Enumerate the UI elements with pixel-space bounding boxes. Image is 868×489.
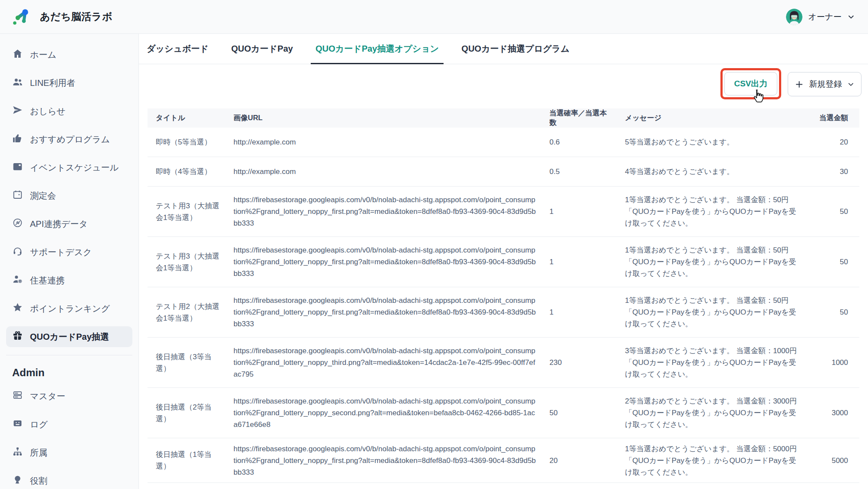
brand[interactable]: あだち脳活ラボ — [11, 7, 112, 26]
cell-message: 4等当選おめでとうございます。 — [625, 166, 734, 177]
top-header: あだち脳活ラボ オーナー — [0, 0, 868, 34]
csv-highlight-annotation: CSV出力 — [720, 68, 781, 99]
users-icon — [12, 76, 23, 89]
cell-title: テスト用2（大抽選会1等当選） — [156, 301, 223, 324]
sidebar-item-api-data[interactable]: API連携データ — [6, 213, 132, 234]
sidebar-item-news[interactable]: おしらせ — [6, 101, 132, 121]
sidebar-item-point-ranking[interactable]: ポイントランキング — [6, 298, 132, 319]
tab-label: QUOカードPay抽選オプション — [316, 43, 439, 55]
tab-quo-card-pay[interactable]: QUOカードPay — [230, 34, 294, 64]
tab-quo-card-pay-lottery-options[interactable]: QUOカードPay抽選オプション — [315, 34, 440, 64]
plus-icon — [795, 80, 804, 89]
log-icon — [12, 418, 23, 431]
table-row: 即時（5等当選） http://example.com 0.6 5等当選おめでと… — [148, 128, 859, 157]
sidebar-item-label: おしらせ — [30, 105, 66, 117]
cell-amount: 50 — [840, 306, 848, 318]
table-row: テスト用3（大抽選会1等当選） https://firebasestorage.… — [148, 187, 859, 237]
table-row: テスト用2（大抽選会1等当選） https://firebasestorage.… — [148, 287, 859, 338]
headset-icon — [12, 246, 23, 259]
chevron-down-icon — [847, 13, 855, 21]
sidebar-item-label: QUOカードPay抽選 — [30, 331, 109, 343]
cell-rate: 20 — [549, 455, 558, 466]
cell-amount: 30 — [840, 166, 848, 177]
table-row: テスト用3（大抽選会1等当選） https://firebasestorage.… — [148, 237, 859, 287]
cell-amount: 50 — [840, 206, 848, 217]
cell-rate: 0.6 — [549, 136, 560, 148]
cell-image-url: https://firebasestorage.googleapis.com/v… — [233, 244, 536, 279]
tab-label: QUOカード抽選プログラム — [461, 43, 569, 55]
column-header-title: タイトル — [148, 108, 230, 128]
tab-quo-card-lottery-program[interactable]: QUOカード抽選プログラム — [460, 34, 570, 64]
sidebar-divider — [6, 355, 132, 355]
cards-icon — [12, 390, 23, 403]
sidebar-item-label: ログ — [30, 419, 48, 430]
content-area: CSV出力 新規登録 — [139, 64, 868, 489]
user-menu[interactable]: オーナー — [786, 9, 857, 25]
sidebar-item-master[interactable]: マスター — [6, 386, 132, 407]
cell-rate: 50 — [549, 407, 558, 419]
tab-bar: ダッシュボード QUOカードPay QUOカードPay抽選オプション QUOカー… — [139, 34, 868, 64]
cell-message: 1等当選おめでとうございます。 当選金額：50円「QUOカードPayを使う」から… — [625, 194, 800, 229]
cell-message: 1等当選おめでとうございます。 当選金額：50円「QUOカードPayを使う」から… — [625, 295, 800, 330]
csv-export-button[interactable]: CSV出力 — [724, 72, 777, 95]
sidebar-item-measurement[interactable]: 測定会 — [6, 185, 132, 206]
sidebar-item-home[interactable]: ホーム — [6, 44, 132, 65]
cell-image-url: http://example.com — [233, 166, 296, 177]
cell-rate: 1 — [549, 206, 553, 217]
sidebar-item-support-desk[interactable]: サポートデスク — [6, 242, 132, 263]
sidebar-item-label: 住基連携 — [30, 275, 65, 286]
user-role-label: オーナー — [808, 11, 842, 23]
sidebar-item-recommended-programs[interactable]: おすすめプログラム — [6, 129, 132, 150]
cell-title: テスト用3（大抽選会1等当選） — [156, 250, 223, 274]
tab-label: QUOカードPay — [231, 43, 293, 55]
home-icon — [12, 48, 23, 61]
sidebar-item-label: おすすめプログラム — [30, 134, 110, 145]
cell-rate: 0.5 — [549, 166, 560, 177]
sidebar-nav: ホーム LINE利用者 おしらせ おすすめプログラム イベントスケジュール — [0, 44, 138, 347]
cell-title: 即時（4等当選） — [156, 166, 211, 177]
sidebar-item-event-schedule[interactable]: イベントスケジュール — [6, 157, 132, 178]
cell-title: 即時（5等当選） — [156, 136, 211, 148]
sidebar-item-label: マスター — [30, 391, 65, 402]
sidebar-item-label: 役割 — [30, 475, 47, 487]
app-window: あだち脳活ラボ オーナー — [0, 0, 868, 489]
cell-image-url: https://firebasestorage.googleapis.com/v… — [233, 295, 536, 330]
app-logo-icon — [11, 7, 31, 26]
cell-amount: 1000 — [832, 357, 848, 368]
avatar — [786, 9, 802, 25]
cell-message: 3等当選おめでとうございます。 当選金額：1000円「QUOカードPayを使う」… — [625, 345, 800, 380]
table-row: 即時（4等当選） http://example.com 0.5 4等当選おめでと… — [148, 157, 859, 187]
cell-title: テスト用3（大抽選会1等当選） — [156, 200, 223, 223]
sidebar-item-log[interactable]: ログ — [6, 414, 132, 435]
sidebar-item-role[interactable]: 役割 — [6, 470, 132, 489]
cell-image-url: https://firebasestorage.googleapis.com/v… — [233, 395, 536, 430]
layout: ホーム LINE利用者 おしらせ おすすめプログラム イベントスケジュール — [0, 34, 868, 489]
calendar-icon — [12, 189, 23, 202]
sidebar-item-juki-link[interactable]: 住基連携 — [6, 270, 132, 291]
star-icon — [12, 302, 23, 315]
sidebar-item-line-users[interactable]: LINE利用者 — [6, 72, 132, 93]
cell-rate: 1 — [549, 306, 553, 318]
tab-dashboard[interactable]: ダッシュボード — [146, 34, 210, 64]
cell-message: 5等当選おめでとうございます。 — [625, 136, 734, 148]
column-header-message: メッセージ — [616, 108, 803, 128]
sidebar-item-quo-card-pay-lottery[interactable]: QUOカードPay抽選 — [6, 326, 132, 347]
cell-message: 1等当選おめでとうございます。 当選金額：50円「QUOカードPayを使う」から… — [625, 244, 800, 279]
cell-message: 2等当選おめでとうございます。 当選金額：3000円「QUOカードPayを使う」… — [625, 395, 800, 430]
new-registration-label: 新規登録 — [809, 79, 842, 90]
sidebar-item-label: イベントスケジュール — [30, 162, 118, 174]
column-header-image-url: 画像URL — [230, 108, 542, 128]
sidebar-item-affiliation[interactable]: 所属 — [6, 442, 132, 463]
sitemap-icon — [12, 446, 23, 459]
column-header-rate: 当選確率／当選本数 — [542, 108, 616, 128]
toolbar: CSV出力 新規登録 — [139, 64, 868, 99]
table-row: 後日抽選（1等当選） https://firebasestorage.googl… — [148, 438, 859, 483]
cell-image-url: http://example.com — [233, 136, 296, 148]
cell-rate: 230 — [549, 357, 562, 368]
cell-amount: 5000 — [832, 455, 848, 466]
cell-title: 後日抽選（2等当選） — [156, 401, 223, 425]
gift-icon — [12, 330, 23, 343]
new-registration-button[interactable]: 新規登録 — [788, 72, 861, 96]
cell-amount: 3000 — [832, 407, 848, 419]
table-row: 後日抽選（3等当選） https://firebasestorage.googl… — [148, 338, 859, 388]
